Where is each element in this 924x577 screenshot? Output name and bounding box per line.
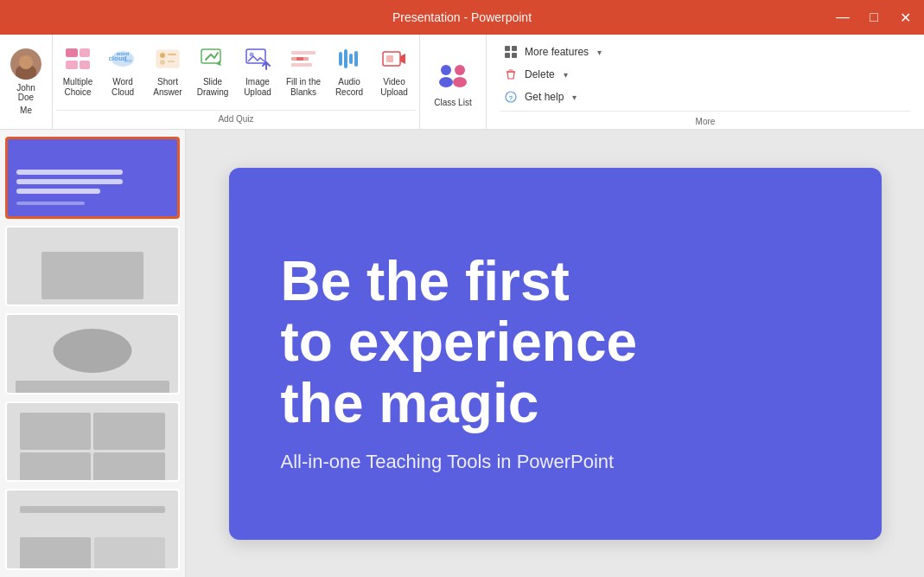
svg-rect-3 — [80, 61, 90, 69]
minimize-button[interactable]: — — [831, 5, 855, 29]
more-features-button[interactable]: More features ▾ — [500, 43, 910, 61]
slide-thumb-4[interactable] — [5, 401, 180, 483]
slide-thumb-3[interactable] — [5, 313, 180, 394]
slide-thumb-1[interactable] — [5, 137, 180, 219]
title-bar: Presentation - Powerpoint — □ ✕ — [0, 0, 924, 35]
svg-point-10 — [160, 60, 165, 65]
slide-thumb-5[interactable] — [5, 489, 180, 570]
slide-main-view: Be the first to experience the magic All… — [186, 130, 924, 577]
svg-rect-32 — [505, 53, 510, 58]
class-list-icon — [434, 56, 472, 94]
get-help-label: Get help — [525, 91, 564, 103]
add-quiz-section: MultipleChoice word cloud text WordCloud — [53, 35, 420, 129]
multiple-choice-label: MultipleChoice — [63, 77, 92, 98]
video-upload-label: VideoUpload — [380, 77, 408, 98]
svg-point-28 — [455, 65, 465, 75]
delete-button[interactable]: Delete ▾ — [500, 66, 910, 83]
delete-chevron: ▾ — [564, 70, 568, 80]
svg-rect-16 — [291, 51, 315, 54]
svg-rect-11 — [168, 54, 176, 55]
slide-thumb-2[interactable] — [5, 226, 180, 307]
slide-drawing-button[interactable]: SlideDrawing — [191, 40, 234, 101]
more-features-label: More features — [525, 46, 589, 58]
user-name: JohnDoe — [16, 83, 35, 102]
class-list-section[interactable]: Class List — [420, 35, 487, 129]
word-cloud-label: WordCloud — [112, 77, 134, 98]
maximize-button[interactable]: □ — [862, 5, 886, 29]
more-label: More — [500, 115, 910, 128]
get-help-button[interactable]: ? Get help ▾ — [500, 88, 910, 106]
slide-panel — [0, 130, 186, 577]
audio-record-icon — [334, 43, 365, 74]
slide-main-subtitle: All-in-one Teaching Tools in PowerPoint — [281, 451, 830, 473]
svg-rect-1 — [80, 48, 90, 57]
slide-main-title: Be the first to experience the magic — [281, 251, 830, 433]
svg-rect-19 — [296, 57, 303, 61]
ribbon: JohnDoe Me MultipleChoice — [0, 35, 924, 130]
image-upload-label: ImageUpload — [244, 77, 271, 98]
fill-blanks-button[interactable]: Fill in theBlanks — [281, 40, 326, 101]
multiple-choice-button[interactable]: MultipleChoice — [56, 40, 99, 101]
svg-text:text: text — [124, 58, 132, 63]
svg-rect-25 — [386, 55, 393, 62]
svg-rect-20 — [339, 52, 342, 66]
slide-1-line-1 — [16, 170, 123, 175]
short-answer-icon — [152, 43, 183, 74]
svg-rect-13 — [201, 49, 220, 63]
slide-drawing-label: SlideDrawing — [197, 77, 229, 98]
close-button[interactable]: ✕ — [893, 5, 917, 29]
slide-3-circle — [53, 329, 131, 373]
svg-rect-31 — [512, 46, 517, 51]
svg-rect-2 — [66, 61, 78, 69]
slide-1-line-2 — [16, 179, 123, 184]
avatar[interactable] — [10, 48, 41, 80]
image-upload-icon — [242, 43, 273, 74]
slide-1-line-4 — [16, 202, 85, 205]
delete-icon — [504, 67, 518, 81]
short-answer-button[interactable]: ShortAnswer — [146, 40, 189, 101]
me-label: Me — [20, 106, 32, 115]
get-help-icon: ? — [504, 90, 518, 104]
svg-rect-8 — [156, 50, 179, 67]
svg-rect-12 — [168, 61, 175, 62]
slide-3-bar — [16, 381, 169, 394]
quiz-items: MultipleChoice word cloud text WordCloud — [56, 40, 416, 110]
fill-blanks-icon — [288, 43, 319, 74]
user-section: JohnDoe Me — [0, 35, 53, 129]
short-answer-label: ShortAnswer — [153, 77, 182, 98]
slide-2-placeholder — [41, 252, 144, 300]
multiple-choice-icon — [62, 43, 93, 74]
audio-record-label: AudioRecord — [335, 77, 363, 98]
slide-drawing-icon — [197, 43, 228, 74]
svg-rect-22 — [349, 54, 353, 64]
window-controls: — □ ✕ — [831, 5, 917, 29]
word-cloud-icon: word cloud text — [107, 43, 138, 74]
main-area: Be the first to experience the magic All… — [0, 130, 924, 577]
svg-rect-0 — [66, 48, 78, 57]
svg-point-9 — [160, 53, 165, 58]
svg-rect-18 — [291, 63, 312, 67]
avatar-image — [10, 48, 41, 80]
svg-point-27 — [439, 77, 453, 87]
window-title: Presentation - Powerpoint — [392, 10, 532, 24]
svg-rect-33 — [512, 53, 517, 58]
video-upload-icon — [379, 43, 410, 74]
delete-label: Delete — [525, 68, 555, 80]
image-upload-button[interactable]: ImageUpload — [236, 40, 279, 101]
svg-point-26 — [441, 65, 451, 75]
svg-text:?: ? — [509, 94, 513, 102]
video-upload-button[interactable]: VideoUpload — [373, 40, 416, 101]
svg-rect-30 — [505, 46, 510, 51]
slide-4-grid — [20, 413, 164, 483]
add-quiz-label: Add Quiz — [56, 110, 416, 129]
slide-canvas[interactable]: Be the first to experience the magic All… — [229, 168, 882, 540]
fill-blanks-label: Fill in theBlanks — [286, 77, 321, 98]
svg-rect-21 — [344, 49, 347, 68]
more-features-icon — [504, 45, 518, 59]
get-help-chevron: ▾ — [572, 93, 577, 102]
word-cloud-button[interactable]: word cloud text WordCloud — [101, 40, 144, 101]
more-features-chevron: ▾ — [597, 48, 602, 57]
svg-rect-23 — [354, 51, 358, 67]
slide-1-line-3 — [16, 189, 100, 194]
audio-record-button[interactable]: AudioRecord — [328, 40, 371, 101]
